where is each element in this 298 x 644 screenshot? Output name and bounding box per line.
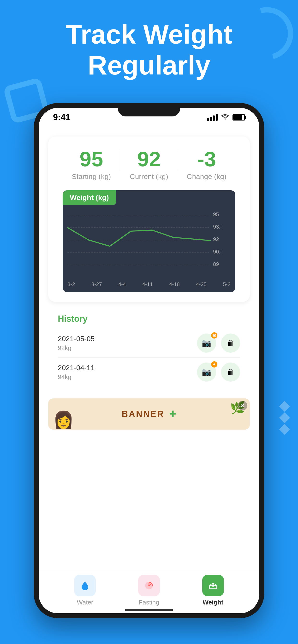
hero-title: Track Weight Regularly [0, 19, 298, 81]
chart-title: Weight (kg) [70, 194, 109, 202]
history-date-1: 2021-05-05 [58, 335, 95, 343]
camera-button-1[interactable]: 📷 [197, 334, 216, 353]
history-item: 2021-05-05 92kg 📷 🗑 [58, 329, 240, 358]
history-title: History [58, 314, 240, 324]
home-indicator [125, 609, 173, 611]
banner-close-button[interactable]: ✕ [238, 401, 247, 410]
banner-plus-icon: ✚ [169, 409, 176, 419]
delete-button-2[interactable]: 🗑 [221, 362, 240, 382]
camera-button-2[interactable]: 📷 [197, 362, 216, 382]
signal-bars-icon [207, 114, 218, 121]
history-actions-2: 📷 🗑 [197, 362, 240, 382]
delete-button-1[interactable]: 🗑 [221, 334, 240, 353]
tab-water[interactable]: Water [74, 575, 96, 606]
banner-text: BANNER [122, 409, 164, 419]
deco-diamonds [281, 402, 288, 433]
history-date-2: 2021-04-11 [58, 364, 95, 372]
chart-header: Weight (kg) [63, 190, 116, 205]
stat-starting: 95 Starting (kg) [63, 148, 120, 181]
history-actions-1: 📷 🗑 [197, 334, 240, 353]
deco-diamond-1 [279, 401, 290, 412]
change-value: -3 [178, 148, 235, 170]
history-item-2: 2021-04-11 94kg 📷 🗑 [58, 358, 240, 386]
water-tab-icon [74, 575, 96, 596]
change-label: Change (kg) [178, 172, 235, 181]
svg-text:90.5: 90.5 [213, 249, 221, 255]
tab-fasting[interactable]: Fasting [138, 575, 160, 606]
phone-notch [118, 103, 180, 116]
svg-point-16 [212, 584, 214, 587]
chart-x-labels: 3-2 3-27 4-4 4-11 4-18 4-25 5-2 [63, 279, 235, 288]
phone-screen: 9:41 [39, 108, 259, 613]
svg-text:93.5: 93.5 [213, 224, 221, 230]
deco-diamond-2 [279, 412, 290, 423]
svg-text:95: 95 [213, 211, 219, 217]
svg-point-13 [148, 585, 150, 586]
camera-badge-1 [211, 332, 217, 338]
fasting-tab-label: Fasting [139, 599, 159, 606]
deco-diamond-3 [279, 424, 290, 434]
svg-text:89: 89 [213, 261, 219, 267]
banner-girl-icon: 👩 [53, 410, 74, 430]
screen-content: 95 Starting (kg) 92 Current (kg) -3 Chan… [39, 127, 259, 613]
starting-label: Starting (kg) [63, 172, 120, 181]
stat-current: 92 Current (kg) [120, 148, 178, 181]
history-section: History 2021-05-05 92kg 📷 [48, 307, 250, 394]
current-value: 92 [120, 148, 178, 170]
weight-chart: Weight (kg) [63, 190, 235, 292]
history-info-1: 2021-05-05 92kg [58, 335, 95, 352]
history-weight-2: 94kg [58, 373, 95, 381]
phone-mockup: 9:41 [34, 103, 264, 618]
svg-text:92: 92 [213, 236, 219, 242]
stat-change: -3 Change (kg) [178, 148, 235, 181]
weight-tab-icon [202, 575, 224, 596]
wifi-icon [221, 114, 229, 121]
history-weight-1: 92kg [58, 344, 95, 352]
chart-area: 95 93.5 92 90.5 89 [63, 208, 235, 279]
history-info-2: 2021-04-11 94kg [58, 364, 95, 381]
weight-tab-label: Weight [203, 599, 223, 606]
status-time: 9:41 [53, 112, 70, 122]
water-tab-label: Water [77, 599, 93, 606]
starting-value: 95 [63, 148, 120, 170]
status-icons [207, 114, 245, 121]
fasting-tab-icon [138, 575, 160, 596]
current-label: Current (kg) [120, 172, 178, 181]
tab-weight[interactable]: Weight [202, 575, 224, 606]
tab-bar: Water Fasting [39, 570, 259, 613]
chart-svg: 95 93.5 92 90.5 89 [67, 210, 221, 272]
battery-icon [232, 114, 245, 120]
camera-badge-2 [211, 361, 217, 368]
stats-row: 95 Starting (kg) 92 Current (kg) -3 Chan… [63, 148, 235, 181]
stats-card: 95 Starting (kg) 92 Current (kg) -3 Chan… [48, 136, 250, 302]
banner-area: 👩 BANNER ✚ 🌿 ✕ [48, 398, 250, 430]
